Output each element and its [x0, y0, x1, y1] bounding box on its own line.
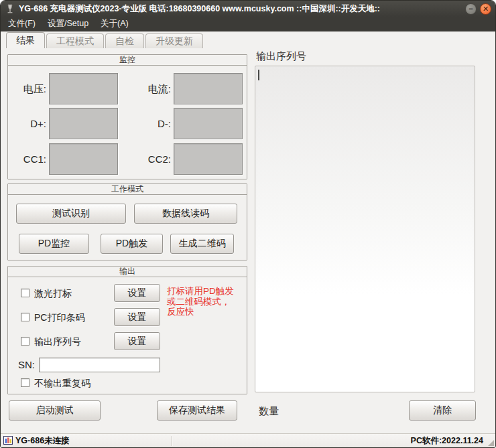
start-test-button[interactable]: 启动测试 — [9, 400, 101, 421]
text-caret — [258, 70, 259, 80]
title-bar[interactable]: YG-686 充电器测试仪2023-专业版 电话:18680390660 www… — [1, 1, 495, 17]
resize-grip[interactable] — [488, 440, 494, 446]
voltage-label: 电压: — [6, 73, 46, 104]
status-bar: YG-686未连接 PC软件:2022.11.24 — [1, 433, 495, 447]
output-group-title: 输出 — [8, 267, 247, 277]
current-label: 电流: — [131, 73, 171, 104]
close-button[interactable]: ✕ — [480, 3, 491, 15]
dplus-display — [49, 108, 118, 139]
sn-label: SN: — [18, 359, 35, 370]
cc1-label: CC1: — [6, 143, 46, 175]
pc-print-label: PC打印条码 — [34, 312, 84, 324]
pd-monitor-button[interactable]: PD监控 — [19, 234, 89, 254]
connection-status: YG-686未连接 — [15, 435, 70, 447]
client-area: 结果 工程模式 自检 升级更新 监控 电压: 电流: D+: D-: CC1: … — [1, 31, 496, 435]
menu-bar: 文件(F) 设置/Setup 关于(A) — [1, 17, 495, 31]
laser-mark-settings-button[interactable]: 设置 — [114, 284, 160, 302]
tab-engineering-mode[interactable]: 工程模式 — [46, 33, 104, 48]
tab-result[interactable]: 结果 — [6, 32, 45, 48]
dminus-label: D-: — [131, 108, 171, 139]
serial-output-checkbox[interactable] — [21, 337, 29, 346]
minimize-icon: − — [469, 5, 473, 13]
laser-mark-checkbox[interactable] — [21, 289, 29, 297]
tab-self-check[interactable]: 自检 — [105, 33, 144, 48]
cc1-display — [49, 143, 118, 175]
menu-settings[interactable]: 设置/Setup — [42, 16, 95, 31]
tab-strip: 结果 工程模式 自检 升级更新 — [6, 32, 204, 48]
menu-file[interactable]: 文件(F) — [2, 16, 42, 31]
menu-about[interactable]: 关于(A) — [95, 16, 135, 31]
clear-button[interactable]: 清除 — [409, 400, 476, 421]
voltage-display — [49, 73, 118, 104]
qr-generate-button[interactable]: 生成二维码 — [170, 234, 234, 254]
no-duplicate-checkbox[interactable] — [21, 378, 29, 387]
test-identify-button[interactable]: 测试识别 — [16, 204, 126, 224]
window-title: YG-686 充电器测试仪2023-专业版 电话:18680390660 www… — [19, 3, 465, 15]
app-icon — [5, 3, 15, 14]
software-version: PC软件:2022.11.24 — [411, 434, 483, 448]
work-mode-group-title: 工作模式 — [8, 184, 247, 195]
serial-panel-title: 输出序列号 — [256, 50, 306, 63]
monitor-group-title: 监控 — [8, 55, 247, 66]
sn-input[interactable] — [39, 358, 160, 372]
chart-status-icon — [3, 436, 13, 445]
cc2-label: CC2: — [131, 143, 171, 175]
current-display — [174, 73, 243, 104]
tab-upgrade[interactable]: 升级更新 — [145, 33, 203, 48]
close-icon: ✕ — [483, 5, 489, 13]
cable-read-button[interactable]: 数据线读码 — [134, 204, 237, 224]
save-results-button[interactable]: 保存测试结果 — [157, 400, 237, 421]
serial-output-label: 输出序列号 — [34, 336, 81, 348]
minimize-button[interactable]: − — [465, 3, 477, 15]
pd-trigger-button[interactable]: PD触发 — [101, 234, 163, 254]
serial-output-area[interactable] — [255, 66, 475, 392]
dminus-display — [174, 108, 243, 139]
cc2-display — [174, 143, 243, 175]
no-duplicate-label: 不输出重复码 — [34, 378, 90, 390]
dplus-label: D+: — [6, 108, 46, 139]
pc-print-checkbox[interactable] — [21, 313, 29, 321]
laser-mark-label: 激光打标 — [34, 288, 72, 300]
pc-print-settings-button[interactable]: 设置 — [114, 308, 160, 326]
serial-output-settings-button[interactable]: 设置 — [114, 332, 160, 350]
quantity-label: 数量 — [259, 405, 279, 418]
status-separator — [172, 436, 172, 446]
marking-note: 打标请用PD触发 或二维码模式， 反应快 — [167, 286, 246, 317]
app-window: YG-686 充电器测试仪2023-专业版 电话:18680390660 www… — [0, 0, 496, 448]
